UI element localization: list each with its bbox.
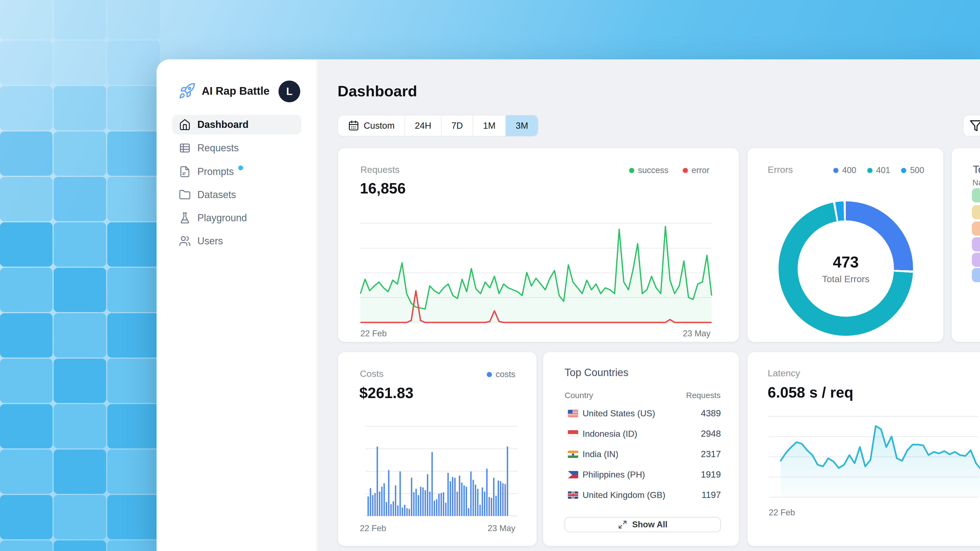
country-requests: 1919 (701, 469, 721, 480)
top-countries-title: Top Countries (565, 367, 628, 378)
costs-card-title: Costs (360, 368, 383, 379)
requests-legend: success error (629, 165, 710, 175)
x-axis-end: 23 May (488, 524, 515, 533)
model-pill[interactable]: g (972, 221, 980, 236)
x-axis-end: 23 May (683, 329, 711, 338)
country-bar: United Kingdom (GB) (563, 487, 595, 503)
costs-total: $261.83 (360, 384, 414, 402)
table-icon (179, 142, 191, 154)
flask-icon (179, 212, 191, 224)
tab-label: 1M (483, 121, 495, 131)
total-errors-label: Total Errors (822, 274, 869, 284)
top-models-card-partial: To Na g g g g g g (951, 148, 980, 342)
costs-bar-chart (365, 423, 518, 518)
latency-card-title: Latency (768, 368, 800, 378)
legend-label: error (692, 165, 710, 175)
background-checker-pattern (0, 0, 163, 551)
requests-line-chart (360, 216, 711, 330)
users-icon (179, 235, 191, 247)
model-pill[interactable]: g (972, 237, 980, 251)
errors-card-title: Errors (768, 164, 793, 175)
model-pill[interactable]: g (972, 268, 980, 282)
500-dot (901, 168, 906, 173)
document-icon (179, 166, 191, 178)
country-name: India (IN) (582, 449, 619, 459)
requests-total: 16,856 (360, 179, 406, 197)
sidebar-item-requests[interactable]: Requests (172, 138, 301, 158)
tab-7d[interactable]: 7D (442, 115, 473, 136)
top-countries-card: Top Countries Country Requests United St… (542, 351, 739, 546)
tab-3m[interactable]: 3M (506, 115, 538, 136)
filter-button[interactable] (963, 115, 980, 137)
folder-icon (179, 189, 191, 201)
sidebar-item-prompts[interactable]: Prompts (172, 162, 301, 181)
flag-in-icon (568, 451, 578, 458)
400-dot (833, 168, 838, 173)
sidebar-item-label: Requests (197, 142, 239, 154)
legend-label: success (638, 165, 668, 175)
country-row[interactable]: United Kingdom (GB) 1197 (563, 487, 721, 504)
sidebar-item-datasets[interactable]: Datasets (172, 185, 301, 205)
sidebar-brand-row: AI Rap Battle L (156, 78, 317, 104)
costs-card: Costs costs $261.83 22 Feb 23 May (337, 351, 537, 546)
model-pill[interactable]: g (972, 188, 980, 202)
latency-line-chart (769, 411, 980, 503)
country-bar: Philippines (PH) (563, 467, 614, 483)
country-requests: 2948 (701, 429, 721, 439)
total-errors-value: 473 (833, 253, 859, 271)
tab-1m[interactable]: 1M (473, 115, 506, 136)
tab-custom[interactable]: Custom (338, 115, 405, 136)
country-row[interactable]: Indonesia (ID) 2948 (563, 426, 721, 443)
requests-card: Requests success error 16,856 22 Feb 23 … (337, 148, 739, 342)
requests-card-title: Requests (360, 164, 399, 175)
country-name: Philippines (PH) (582, 470, 645, 480)
rocket-icon (178, 82, 196, 101)
legend-label: 401 (876, 165, 891, 175)
sidebar-item-dashboard[interactable]: Dashboard (172, 115, 301, 134)
country-name: Indonesia (ID) (582, 429, 637, 439)
home-icon (179, 119, 191, 130)
country-name: United Kingdom (GB) (582, 490, 665, 500)
country-name: United States (US) (582, 408, 655, 419)
country-row[interactable]: Philippines (PH) 1919 (563, 467, 721, 484)
funnel-icon (969, 119, 980, 132)
tab-label: 3M (515, 121, 528, 131)
show-all-label: Show All (632, 520, 668, 529)
legend-error: error (683, 165, 710, 175)
top-models-column-fragment: Na (972, 178, 980, 187)
app-window: AI Rap Battle L Dashboard Requests Pr (156, 59, 980, 551)
avatar[interactable]: L (278, 81, 300, 102)
legend-costs: costs (487, 370, 515, 379)
flag-gb-icon (568, 491, 578, 499)
country-requests: 1197 (702, 490, 721, 500)
legend-label: costs (496, 370, 515, 379)
x-axis-start: 22 Feb (769, 508, 795, 518)
country-row[interactable]: India (IN) 2317 (563, 446, 721, 463)
top-models-title-fragment: To (973, 164, 980, 176)
x-axis-start: 22 Feb (360, 329, 387, 338)
sidebar-item-users[interactable]: Users (172, 231, 301, 251)
flag-us-icon (568, 410, 578, 417)
legend-401: 401 (867, 165, 891, 175)
costs-legend: costs (487, 370, 515, 379)
country-column-header: Country (565, 391, 593, 400)
country-requests: 2317 (701, 449, 721, 459)
country-requests: 4389 (701, 408, 721, 419)
latency-total: 6.058 s / req (768, 384, 853, 401)
sidebar-item-playground[interactable]: Playground (172, 208, 301, 228)
tab-label: 7D (451, 121, 463, 131)
costs-dot (487, 372, 492, 377)
401-dot (867, 168, 872, 173)
errors-donut-center: 473 Total Errors (798, 221, 894, 317)
x-axis-start: 22 Feb (360, 524, 386, 533)
model-pill[interactable]: g (972, 205, 980, 219)
show-all-button[interactable]: Show All (565, 517, 721, 532)
country-row[interactable]: United States (US) 4389 (563, 405, 721, 422)
tab-label: Custom (364, 121, 395, 131)
tab-24h[interactable]: 24H (405, 115, 442, 136)
country-bar: United States (US) (563, 405, 679, 421)
requests-column-header: Requests (686, 391, 721, 400)
brand-name: AI Rap Battle (202, 85, 269, 97)
model-pill[interactable]: g (972, 253, 980, 267)
prompts-badge-dot (238, 165, 243, 170)
